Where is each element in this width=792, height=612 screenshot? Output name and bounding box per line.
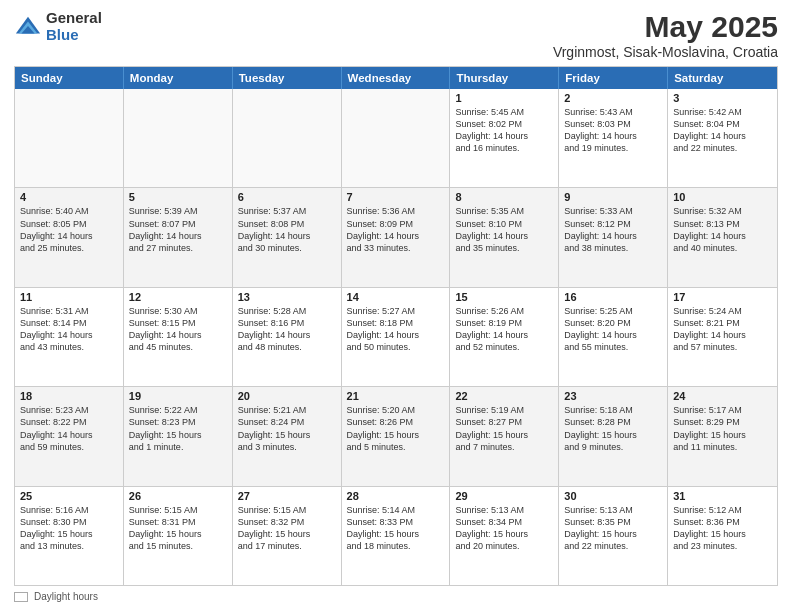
header-wednesday: Wednesday	[342, 67, 451, 89]
cell-info: Sunrise: 5:18 AM Sunset: 8:28 PM Dayligh…	[564, 404, 662, 453]
header-saturday: Saturday	[668, 67, 777, 89]
day-number: 25	[20, 490, 118, 502]
cell-info: Sunrise: 5:24 AM Sunset: 8:21 PM Dayligh…	[673, 305, 772, 354]
header-thursday: Thursday	[450, 67, 559, 89]
page: General Blue May 2025 Vrginmost, Sisak-M…	[0, 0, 792, 612]
logo-text: General Blue	[46, 10, 102, 43]
cal-cell-1-4: 8Sunrise: 5:35 AM Sunset: 8:10 PM Daylig…	[450, 188, 559, 286]
cal-cell-4-6: 31Sunrise: 5:12 AM Sunset: 8:36 PM Dayli…	[668, 487, 777, 585]
day-number: 26	[129, 490, 227, 502]
cal-cell-4-5: 30Sunrise: 5:13 AM Sunset: 8:35 PM Dayli…	[559, 487, 668, 585]
day-number: 27	[238, 490, 336, 502]
header-friday: Friday	[559, 67, 668, 89]
cal-cell-3-0: 18Sunrise: 5:23 AM Sunset: 8:22 PM Dayli…	[15, 387, 124, 485]
cal-cell-4-0: 25Sunrise: 5:16 AM Sunset: 8:30 PM Dayli…	[15, 487, 124, 585]
cell-info: Sunrise: 5:45 AM Sunset: 8:02 PM Dayligh…	[455, 106, 553, 155]
cal-cell-3-1: 19Sunrise: 5:22 AM Sunset: 8:23 PM Dayli…	[124, 387, 233, 485]
cell-info: Sunrise: 5:33 AM Sunset: 8:12 PM Dayligh…	[564, 205, 662, 254]
day-number: 23	[564, 390, 662, 402]
day-number: 18	[20, 390, 118, 402]
cell-info: Sunrise: 5:12 AM Sunset: 8:36 PM Dayligh…	[673, 504, 772, 553]
cell-info: Sunrise: 5:26 AM Sunset: 8:19 PM Dayligh…	[455, 305, 553, 354]
cell-info: Sunrise: 5:15 AM Sunset: 8:32 PM Dayligh…	[238, 504, 336, 553]
calendar-header: Sunday Monday Tuesday Wednesday Thursday…	[15, 67, 777, 89]
day-number: 17	[673, 291, 772, 303]
cal-cell-3-2: 20Sunrise: 5:21 AM Sunset: 8:24 PM Dayli…	[233, 387, 342, 485]
cell-info: Sunrise: 5:20 AM Sunset: 8:26 PM Dayligh…	[347, 404, 445, 453]
cell-info: Sunrise: 5:21 AM Sunset: 8:24 PM Dayligh…	[238, 404, 336, 453]
header: General Blue May 2025 Vrginmost, Sisak-M…	[14, 10, 778, 60]
cal-row-2: 11Sunrise: 5:31 AM Sunset: 8:14 PM Dayli…	[15, 287, 777, 386]
main-title: May 2025	[553, 10, 778, 44]
day-number: 7	[347, 191, 445, 203]
cal-cell-2-1: 12Sunrise: 5:30 AM Sunset: 8:15 PM Dayli…	[124, 288, 233, 386]
day-number: 16	[564, 291, 662, 303]
cell-info: Sunrise: 5:40 AM Sunset: 8:05 PM Dayligh…	[20, 205, 118, 254]
cell-info: Sunrise: 5:14 AM Sunset: 8:33 PM Dayligh…	[347, 504, 445, 553]
cal-cell-0-1	[124, 89, 233, 187]
cell-info: Sunrise: 5:35 AM Sunset: 8:10 PM Dayligh…	[455, 205, 553, 254]
cal-cell-1-5: 9Sunrise: 5:33 AM Sunset: 8:12 PM Daylig…	[559, 188, 668, 286]
logo: General Blue	[14, 10, 102, 43]
day-number: 11	[20, 291, 118, 303]
cal-cell-2-3: 14Sunrise: 5:27 AM Sunset: 8:18 PM Dayli…	[342, 288, 451, 386]
day-number: 21	[347, 390, 445, 402]
cell-info: Sunrise: 5:36 AM Sunset: 8:09 PM Dayligh…	[347, 205, 445, 254]
cal-cell-2-6: 17Sunrise: 5:24 AM Sunset: 8:21 PM Dayli…	[668, 288, 777, 386]
cal-cell-1-2: 6Sunrise: 5:37 AM Sunset: 8:08 PM Daylig…	[233, 188, 342, 286]
cal-cell-4-2: 27Sunrise: 5:15 AM Sunset: 8:32 PM Dayli…	[233, 487, 342, 585]
subtitle: Vrginmost, Sisak-Moslavina, Croatia	[553, 44, 778, 60]
day-number: 14	[347, 291, 445, 303]
cal-cell-1-1: 5Sunrise: 5:39 AM Sunset: 8:07 PM Daylig…	[124, 188, 233, 286]
day-number: 13	[238, 291, 336, 303]
day-number: 31	[673, 490, 772, 502]
cell-info: Sunrise: 5:42 AM Sunset: 8:04 PM Dayligh…	[673, 106, 772, 155]
day-number: 24	[673, 390, 772, 402]
logo-general: General	[46, 10, 102, 27]
day-number: 28	[347, 490, 445, 502]
cal-cell-2-0: 11Sunrise: 5:31 AM Sunset: 8:14 PM Dayli…	[15, 288, 124, 386]
cell-info: Sunrise: 5:43 AM Sunset: 8:03 PM Dayligh…	[564, 106, 662, 155]
cell-info: Sunrise: 5:31 AM Sunset: 8:14 PM Dayligh…	[20, 305, 118, 354]
cal-cell-0-0	[15, 89, 124, 187]
cell-info: Sunrise: 5:22 AM Sunset: 8:23 PM Dayligh…	[129, 404, 227, 453]
cell-info: Sunrise: 5:15 AM Sunset: 8:31 PM Dayligh…	[129, 504, 227, 553]
day-number: 22	[455, 390, 553, 402]
cal-cell-4-3: 28Sunrise: 5:14 AM Sunset: 8:33 PM Dayli…	[342, 487, 451, 585]
cal-cell-3-3: 21Sunrise: 5:20 AM Sunset: 8:26 PM Dayli…	[342, 387, 451, 485]
cal-row-4: 25Sunrise: 5:16 AM Sunset: 8:30 PM Dayli…	[15, 486, 777, 585]
day-number: 5	[129, 191, 227, 203]
cal-cell-0-2	[233, 89, 342, 187]
day-number: 19	[129, 390, 227, 402]
cell-info: Sunrise: 5:13 AM Sunset: 8:35 PM Dayligh…	[564, 504, 662, 553]
day-number: 20	[238, 390, 336, 402]
footer: Daylight hours	[14, 591, 778, 602]
cell-info: Sunrise: 5:37 AM Sunset: 8:08 PM Dayligh…	[238, 205, 336, 254]
cal-cell-1-0: 4Sunrise: 5:40 AM Sunset: 8:05 PM Daylig…	[15, 188, 124, 286]
cell-info: Sunrise: 5:25 AM Sunset: 8:20 PM Dayligh…	[564, 305, 662, 354]
header-monday: Monday	[124, 67, 233, 89]
cal-cell-1-6: 10Sunrise: 5:32 AM Sunset: 8:13 PM Dayli…	[668, 188, 777, 286]
footer-box	[14, 592, 28, 602]
cal-cell-3-6: 24Sunrise: 5:17 AM Sunset: 8:29 PM Dayli…	[668, 387, 777, 485]
cal-cell-4-1: 26Sunrise: 5:15 AM Sunset: 8:31 PM Dayli…	[124, 487, 233, 585]
title-area: May 2025 Vrginmost, Sisak-Moslavina, Cro…	[553, 10, 778, 60]
cal-cell-0-4: 1Sunrise: 5:45 AM Sunset: 8:02 PM Daylig…	[450, 89, 559, 187]
cal-cell-3-5: 23Sunrise: 5:18 AM Sunset: 8:28 PM Dayli…	[559, 387, 668, 485]
cal-cell-2-5: 16Sunrise: 5:25 AM Sunset: 8:20 PM Dayli…	[559, 288, 668, 386]
cal-cell-0-6: 3Sunrise: 5:42 AM Sunset: 8:04 PM Daylig…	[668, 89, 777, 187]
cal-cell-1-3: 7Sunrise: 5:36 AM Sunset: 8:09 PM Daylig…	[342, 188, 451, 286]
cal-cell-2-2: 13Sunrise: 5:28 AM Sunset: 8:16 PM Dayli…	[233, 288, 342, 386]
cell-info: Sunrise: 5:17 AM Sunset: 8:29 PM Dayligh…	[673, 404, 772, 453]
cell-info: Sunrise: 5:28 AM Sunset: 8:16 PM Dayligh…	[238, 305, 336, 354]
cal-row-3: 18Sunrise: 5:23 AM Sunset: 8:22 PM Dayli…	[15, 386, 777, 485]
cal-cell-3-4: 22Sunrise: 5:19 AM Sunset: 8:27 PM Dayli…	[450, 387, 559, 485]
day-number: 30	[564, 490, 662, 502]
cal-row-0: 1Sunrise: 5:45 AM Sunset: 8:02 PM Daylig…	[15, 89, 777, 187]
cal-cell-4-4: 29Sunrise: 5:13 AM Sunset: 8:34 PM Dayli…	[450, 487, 559, 585]
day-number: 12	[129, 291, 227, 303]
cell-info: Sunrise: 5:23 AM Sunset: 8:22 PM Dayligh…	[20, 404, 118, 453]
day-number: 29	[455, 490, 553, 502]
day-number: 9	[564, 191, 662, 203]
logo-icon	[14, 13, 42, 41]
